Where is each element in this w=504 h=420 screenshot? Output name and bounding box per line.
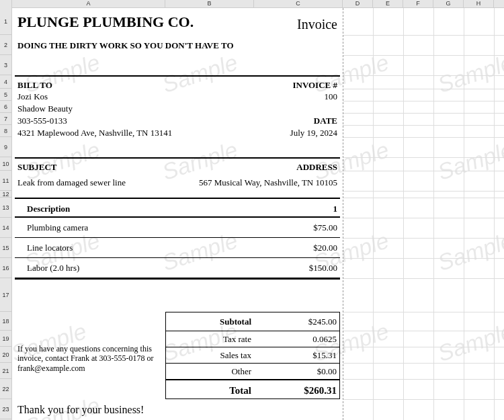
row-header[interactable]: 11 bbox=[0, 171, 11, 191]
invoice-date[interactable]: July 19, 2024 bbox=[254, 126, 340, 140]
row-header[interactable]: 21 bbox=[0, 363, 11, 379]
billto-address[interactable]: 4321 Maplewood Ave, Nashville, TN 13141 bbox=[15, 126, 175, 140]
label-bill-to[interactable]: BILL TO bbox=[15, 75, 165, 92]
contact-note[interactable]: If you have any questions concerning thi… bbox=[15, 343, 165, 374]
row-header[interactable]: 23 bbox=[0, 399, 11, 419]
company-name[interactable]: PLUNGE PLUMBING CO. bbox=[15, 12, 196, 32]
row-header[interactable]: 17 bbox=[0, 278, 11, 312]
subject[interactable]: Leak from damaged sewer line bbox=[15, 176, 128, 190]
row-header[interactable]: 9 bbox=[0, 137, 11, 157]
item-desc[interactable]: Plumbing camera bbox=[15, 218, 254, 238]
row-header[interactable]: 16 bbox=[0, 258, 11, 278]
invoice-number[interactable]: 100 bbox=[254, 90, 340, 103]
item-desc[interactable]: Line locators bbox=[15, 238, 254, 258]
col-header[interactable]: E bbox=[373, 0, 403, 7]
row-header[interactable]: 12 bbox=[0, 191, 11, 198]
label-salestax[interactable]: Sales tax bbox=[165, 347, 254, 363]
row-header[interactable]: 5 bbox=[0, 89, 11, 101]
billto-company[interactable]: Shadow Beauty bbox=[15, 102, 75, 116]
row-header[interactable]: 1 bbox=[0, 8, 11, 35]
watermark: Sample bbox=[435, 49, 504, 98]
watermark: Sample bbox=[435, 227, 504, 276]
row-header[interactable]: 4 bbox=[0, 75, 11, 89]
column-headers: A B C D E F G H bbox=[12, 0, 504, 8]
table-end-rule bbox=[15, 278, 340, 280]
row-header[interactable]: 15 bbox=[0, 238, 11, 258]
row-header[interactable]: 2 bbox=[0, 35, 11, 55]
other[interactable]: $0.00 bbox=[254, 363, 340, 379]
label-address[interactable]: ADDRESS bbox=[165, 157, 340, 174]
watermark: Sample bbox=[435, 318, 504, 367]
subtotal[interactable]: $245.00 bbox=[254, 312, 340, 331]
row-header[interactable]: 20 bbox=[0, 347, 11, 363]
col-header[interactable]: B bbox=[165, 0, 254, 7]
label-taxrate[interactable]: Tax rate bbox=[165, 331, 254, 347]
item-amount[interactable]: $20.00 bbox=[254, 238, 340, 258]
row-header[interactable]: 10 bbox=[0, 157, 11, 171]
label-invoice-num[interactable]: INVOICE # bbox=[165, 75, 340, 92]
row-headers: 1 2 3 4 5 6 7 8 9 10 11 12 13 14 15 16 1… bbox=[0, 0, 12, 420]
service-address[interactable]: 567 Musical Way, Nashville, TN 10105 bbox=[165, 176, 340, 190]
table-header-desc[interactable]: Description bbox=[15, 198, 254, 218]
row-header[interactable]: 13 bbox=[0, 198, 11, 218]
total[interactable]: $260.31 bbox=[254, 379, 340, 399]
col-header[interactable]: D bbox=[343, 0, 373, 7]
col-header[interactable]: C bbox=[254, 0, 343, 7]
label-total[interactable]: Total bbox=[165, 379, 254, 399]
row-header[interactable]: 6 bbox=[0, 101, 11, 113]
row-header[interactable]: 14 bbox=[0, 218, 11, 238]
billto-phone[interactable]: 303-555-0133 bbox=[15, 114, 70, 128]
col-header[interactable]: G bbox=[433, 0, 464, 7]
spreadsheet: Sample Sample Sample Sample Sample Sampl… bbox=[0, 0, 504, 420]
thanks[interactable]: Thank you for your business! bbox=[15, 402, 146, 417]
label-other[interactable]: Other bbox=[165, 363, 254, 379]
watermark: Sample bbox=[435, 136, 504, 185]
billto-name[interactable]: Jozi Kos bbox=[15, 90, 50, 103]
row-header[interactable]: 18 bbox=[0, 312, 11, 331]
label-subtotal[interactable]: Subtotal bbox=[165, 312, 254, 331]
item-desc[interactable]: Labor (2.0 hrs) bbox=[15, 258, 254, 278]
col-header[interactable]: H bbox=[464, 0, 494, 7]
col-header[interactable]: A bbox=[12, 0, 165, 7]
item-amount[interactable]: $75.00 bbox=[254, 218, 340, 238]
row-header[interactable]: 19 bbox=[0, 331, 11, 347]
taxrate[interactable]: 0.0625 bbox=[254, 331, 340, 347]
print-area-edge bbox=[343, 8, 343, 420]
label-subject[interactable]: SUBJECT bbox=[15, 157, 165, 174]
item-amount[interactable]: $150.00 bbox=[254, 258, 340, 278]
col-header[interactable]: F bbox=[403, 0, 433, 7]
salestax[interactable]: $15.31 bbox=[254, 347, 340, 363]
row-header[interactable]: 3 bbox=[0, 55, 11, 75]
row-header[interactable]: 22 bbox=[0, 379, 11, 399]
row-header[interactable]: 7 bbox=[0, 113, 11, 125]
label-date[interactable]: DATE bbox=[254, 114, 340, 128]
row-header[interactable]: 8 bbox=[0, 125, 11, 137]
tagline[interactable]: DOING THE DIRTY WORK SO YOU DON'T HAVE T… bbox=[15, 39, 237, 52]
table-header-qty[interactable]: 1 bbox=[254, 198, 340, 218]
doc-title[interactable]: Invoice bbox=[254, 15, 340, 34]
